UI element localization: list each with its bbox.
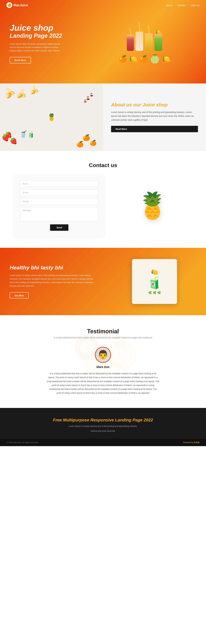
testimonial-name: Mark Due <box>7 366 199 369</box>
nav-signup[interactable]: Sign Up <box>191 4 199 6</box>
logo-text: MacJuice <box>14 3 28 7</box>
footer: Free Multipurpose Responsive Landing Pag… <box>0 408 206 439</box>
nav-about[interactable]: About <box>166 4 172 6</box>
hero-title-line2: Landing Page 2022 <box>10 32 64 39</box>
testimonial-text: It is a long established fact that a rea… <box>47 372 159 395</box>
nav-links: About Contact Sign Up <box>166 4 199 6</box>
contact-image: 🍍 <box>114 175 191 236</box>
phone-input[interactable] <box>20 198 98 205</box>
healthy-see-more-button[interactable]: See More <box>10 292 29 298</box>
send-button[interactable]: Send <box>50 224 68 231</box>
footer-copyright: © 2022 MacJuice. All rights reserved. <box>7 441 38 444</box>
hero-visual: 🍋 🍊 🍋 🍊 🍈 🍋 <box>88 5 201 80</box>
hero-section: Juice shop Landing Page 2022 Lorem ipsum… <box>0 0 206 84</box>
healthy-content: Healthy bhi tasty bhi Lorem Ipsum is sim… <box>0 248 103 315</box>
glass-4: 🍋 <box>154 29 162 51</box>
contact-form: Send <box>15 175 104 236</box>
avatar-image: 👨 <box>97 350 109 360</box>
hero-title-line1: Juice shop <box>10 23 64 32</box>
healthy-image: 🍋 🧃 🌿🌿🌿 <box>103 248 206 315</box>
testimonial-section: Testimonial is a long established fact t… <box>0 315 206 408</box>
hero-content: Juice shop Landing Page 2022 Lorem ipsum… <box>10 23 64 64</box>
pineapple-icon: 🍍 <box>137 191 169 221</box>
testimonial-heading: Testimonial <box>7 328 199 335</box>
contact-section: Contact us Send 🍍 <box>0 151 206 248</box>
logo[interactable]: 🍊 MacJuice <box>7 2 28 8</box>
glass-1 <box>127 28 134 51</box>
healthy-description: Lorem Ipsum is simply dummy text of the … <box>10 274 93 288</box>
about-content: About us our Juice shop Lorem Ipsum is s… <box>103 84 206 151</box>
contact-heading: Contact us <box>89 162 117 168</box>
about-section: 🍌 🍌 🍌 🍒 🍒 🍒 🍓 🍓 🍓 🍍 🍊 🍊 🍊 🥤 🧃 About us o… <box>0 84 206 151</box>
contact-inner: Send 🍍 <box>15 175 191 236</box>
message-input[interactable] <box>20 207 98 222</box>
svg-point-2 <box>111 344 134 366</box>
nav-contact[interactable]: Contact <box>177 4 186 6</box>
svg-point-1 <box>77 338 96 357</box>
about-image: 🍌 🍌 🍌 🍒 🍒 🍒 🍓 🍓 🍓 🍍 🍊 🍊 🍊 🥤 🧃 <box>0 84 103 151</box>
healthy-section: Healthy bhi tasty bhi Lorem Ipsum is sim… <box>0 248 206 315</box>
footer-desc-2: dummy text ever since the <box>7 429 199 433</box>
name-input[interactable] <box>20 180 98 187</box>
footer-powered-by[interactable]: Powered by 新视频 <box>183 441 199 444</box>
smoothie-illustration: 🍋 🧃 🌿🌿🌿 <box>132 259 177 304</box>
glass-2 <box>136 21 143 51</box>
about-description: Lorem Ipsum is simply dummy text of the … <box>111 110 198 122</box>
testimonial-sub: is a long established fact that a reader… <box>7 336 199 339</box>
healthy-heading: Healthy bhi tasty bhi <box>10 264 93 271</box>
footer-heading: Free Multipurpose Responsive Landing Pag… <box>7 418 199 422</box>
about-heading: About us our Juice shop <box>111 102 198 108</box>
hero-description: Lorem ipsum dolor sit amet, consectetur … <box>10 42 64 52</box>
hero-fruits: 🍊 🍋 🍊 🍈 🍋 <box>119 54 170 64</box>
hero-read-more-button[interactable]: Read More <box>10 57 31 64</box>
logo-icon: 🍊 <box>7 2 12 8</box>
navbar: 🍊 MacJuice About Contact Sign Up <box>0 0 206 10</box>
footer-desc-1: Lorem Ipsum is simply dummy text of the … <box>7 424 199 428</box>
testimonial-avatar: 👨 <box>95 347 111 363</box>
about-read-more-button[interactable]: Read More <box>111 126 198 132</box>
footer-bar: © 2022 MacJuice. All rights reserved. Po… <box>0 439 206 446</box>
glass-3 <box>145 25 153 51</box>
email-input[interactable] <box>20 189 98 196</box>
